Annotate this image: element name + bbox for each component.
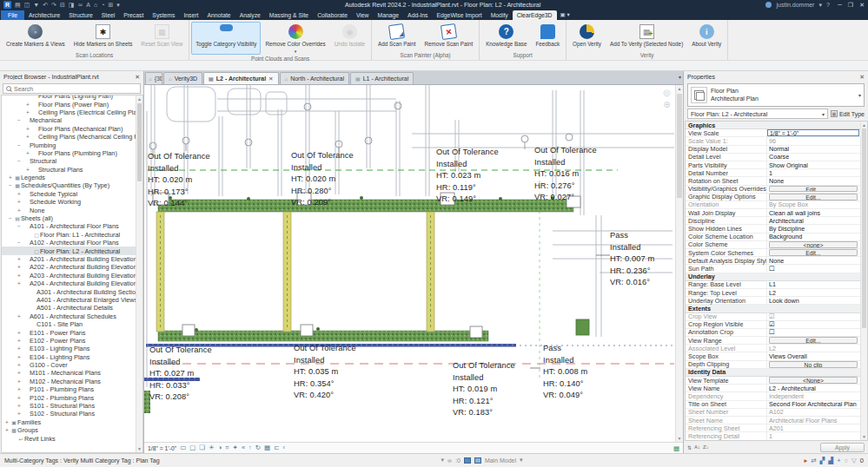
drawing-canvas[interactable]: Out Of Tolerance Installed HT: 0.020 m H… bbox=[144, 85, 683, 442]
property-value[interactable]: 1 bbox=[767, 169, 859, 177]
active-workset[interactable]: Main Model bbox=[485, 457, 516, 464]
tolerance-tag[interactable]: Pass Installed HT: 0.007 m HR: 0.236° VR… bbox=[610, 230, 654, 289]
tolerance-tag[interactable]: Pass Installed HT: 0.008 m HR: 0.140° VR… bbox=[543, 343, 587, 402]
qat-icon[interactable]: ▼ bbox=[33, 0, 39, 10]
tree-expander-icon[interactable]: + bbox=[3, 419, 10, 425]
tolerance-tag[interactable]: Out Of Tolerance Installed HT: 0.023 m H… bbox=[436, 147, 499, 206]
tree-expander-icon[interactable]: + bbox=[24, 102, 31, 108]
qat-icon[interactable]: ◫ bbox=[24, 0, 30, 10]
tree-item[interactable]: + Floor Plans (Power Plan) bbox=[2, 100, 142, 108]
ribbon-tab[interactable]: Massing & Site bbox=[265, 10, 313, 20]
browser-search-box[interactable] bbox=[3, 83, 141, 94]
project-browser-close-icon[interactable]: ✕ bbox=[135, 74, 140, 81]
tree-item[interactable]: + A204 - Architectural Building Elevatio… bbox=[2, 280, 142, 287]
property-value[interactable]: Edit... bbox=[769, 194, 858, 201]
tree-expander-icon[interactable]: + bbox=[24, 150, 31, 156]
property-value[interactable]: L2 bbox=[767, 289, 859, 297]
ribbon-tab[interactable]: Add-Ins bbox=[403, 10, 432, 20]
tree-item[interactable]: + P102 - Plumbing Plans bbox=[2, 393, 142, 401]
tree-expander-icon[interactable]: + bbox=[16, 330, 23, 336]
tree-expander-icon[interactable]: − bbox=[7, 182, 14, 188]
user-dropdown-icon[interactable]: ▾ bbox=[818, 2, 822, 9]
tree-item[interactable]: + E104 - Lighting Plans bbox=[2, 353, 142, 361]
scroll-up-icon[interactable]: ▲ bbox=[676, 86, 683, 91]
tree-expander-icon[interactable]: + bbox=[16, 338, 23, 344]
tree-item[interactable]: − Mechanical bbox=[2, 116, 142, 124]
tree-item[interactable]: + ▣ Families bbox=[2, 418, 142, 426]
tree-item[interactable]: + A201 - Architectural Building Elevatio… bbox=[2, 255, 142, 263]
tree-item[interactable]: + S102 - Structural Plans bbox=[2, 410, 142, 418]
ribbon-tab[interactable]: Annotate bbox=[202, 10, 235, 20]
chevron-down-icon[interactable]: ▾ bbox=[858, 92, 861, 98]
filter-icon[interactable]: ▽ bbox=[851, 457, 857, 464]
property-value[interactable]: Independent bbox=[767, 392, 859, 400]
property-value[interactable]: Views Overall bbox=[767, 352, 859, 360]
property-value[interactable]: A201 bbox=[767, 424, 859, 432]
tree-expander-icon[interactable]: + bbox=[16, 280, 23, 286]
tree-expander-icon[interactable]: + bbox=[16, 386, 23, 392]
selection-toggle-icon[interactable]: + bbox=[837, 457, 840, 464]
property-value[interactable]: ☑ bbox=[767, 312, 859, 320]
qat-icon[interactable]: A bbox=[86, 0, 90, 10]
chevron-down-icon[interactable]: ▾ bbox=[822, 111, 825, 117]
ribbon-display-toggle-icon[interactable]: ▣ ▾ bbox=[557, 10, 573, 20]
view-control-icon[interactable]: « bbox=[242, 444, 245, 452]
tree-item[interactable]: + Ceiling Plans (Electrical Ceiling Plan… bbox=[2, 109, 142, 116]
property-value[interactable]: Architectural bbox=[767, 217, 859, 225]
instance-selector[interactable]: Floor Plan: L2 - Architectural ▾ bbox=[687, 109, 828, 119]
tree-item[interactable]: + P101 - Plumbing Plans bbox=[2, 385, 142, 393]
scroll-down-icon[interactable]: ▼ bbox=[861, 434, 867, 439]
design-options-icon[interactable] bbox=[474, 457, 481, 464]
ribbon-button[interactable]: Create Markers & Views bbox=[2, 22, 70, 51]
view-control-icon[interactable]: ◑ bbox=[218, 444, 222, 452]
view-tab[interactable]: ⌂ {3D} ✕ bbox=[145, 72, 162, 84]
tree-item[interactable]: + A203 - Architectural Building Elevatio… bbox=[2, 272, 142, 280]
tree-expander-icon[interactable]: + bbox=[16, 207, 23, 214]
tree-item[interactable]: − Plumbing bbox=[2, 141, 142, 148]
scroll-down-icon[interactable]: ▼ bbox=[676, 436, 683, 441]
view-tab[interactable]: ▤ L2 - Architectural ✕ bbox=[203, 72, 278, 84]
dropdown-icon[interactable]: ▾ bbox=[520, 457, 523, 464]
qat-icon[interactable]: ◨ bbox=[69, 0, 75, 10]
property-value[interactable]: Clean all wall joins bbox=[767, 209, 859, 217]
tree-item[interactable]: ▢ Floor Plan: L2 - Architectural bbox=[2, 247, 142, 254]
apply-button[interactable]: Apply bbox=[820, 443, 865, 452]
property-value[interactable]: A102 bbox=[767, 408, 859, 416]
property-value[interactable]: Background bbox=[767, 233, 859, 240]
minimize-button[interactable]: ─ bbox=[838, 2, 842, 9]
view-control-icon[interactable]: ▭ bbox=[180, 444, 186, 452]
browser-scrollbar[interactable]: ▲ ▼ bbox=[136, 95, 142, 452]
sort-icon[interactable]: A↓ bbox=[694, 444, 700, 451]
property-value[interactable]: Architectural Floor Plans bbox=[767, 417, 859, 424]
tree-expander-icon[interactable]: + bbox=[7, 174, 14, 181]
ribbon-button[interactable]: Feedback bbox=[531, 22, 564, 51]
tree-expander-icon[interactable]: + bbox=[24, 134, 31, 140]
ribbon-button[interactable]: Reset Scan View bbox=[136, 22, 187, 51]
tree-item[interactable]: + Schedule Typical bbox=[2, 190, 142, 198]
tree-item[interactable]: C101 - Site Plan bbox=[2, 320, 142, 328]
tree-expander-icon[interactable]: + bbox=[16, 370, 23, 376]
ribbon-tab[interactable]: Analyze bbox=[235, 10, 265, 20]
property-value[interactable]: By Discipline bbox=[767, 225, 859, 233]
tree-expander-icon[interactable]: + bbox=[16, 191, 23, 197]
property-value[interactable]: Edit... bbox=[769, 186, 858, 193]
tree-item[interactable]: + G100 - Cover bbox=[2, 361, 142, 369]
ribbon-tab[interactable]: ClearEdge3D bbox=[513, 10, 557, 20]
tree-item[interactable]: + Ceiling Plans (Mechanical Ceiling Plan… bbox=[2, 133, 142, 141]
property-value[interactable]: 1/8" = 1'-0" bbox=[767, 129, 859, 136]
view-control-icon[interactable]: ☀ bbox=[209, 444, 215, 452]
view-control-icon[interactable]: ↑ bbox=[248, 444, 252, 452]
tree-expander-icon[interactable]: + bbox=[16, 362, 23, 368]
edit-type-button[interactable]: ▦ Edit Type bbox=[831, 110, 865, 117]
tree-item[interactable]: ↩ Revit Links bbox=[2, 434, 142, 442]
selection-toggle-icon[interactable]: ▸ bbox=[805, 457, 808, 464]
qat-icon[interactable]: ≃ bbox=[77, 0, 83, 10]
qat-icon[interactable]: ▾ bbox=[116, 0, 120, 10]
navigation-tool-icon[interactable]: ⊕ bbox=[663, 100, 671, 109]
property-value[interactable]: No clip bbox=[769, 361, 858, 368]
view-control-icon[interactable]: ▢ bbox=[189, 444, 195, 452]
analysis-icon[interactable]: ▦ bbox=[673, 444, 679, 452]
property-value[interactable]: Edit... bbox=[769, 337, 858, 344]
view-control-icon[interactable]: ✦ bbox=[233, 444, 238, 452]
ribbon-tab[interactable]: Systems bbox=[148, 10, 179, 20]
